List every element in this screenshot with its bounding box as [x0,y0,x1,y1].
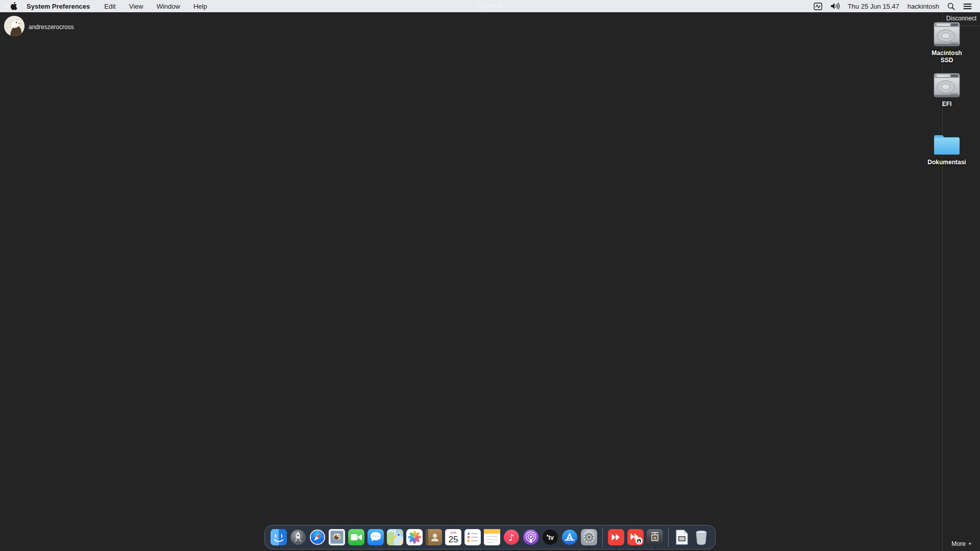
dock-icon-facetime[interactable] [348,529,365,546]
dock-icon-photos[interactable] [406,529,423,546]
remote-user-name: andreszerocross [29,23,74,31]
desktop-icon-macintosh-ssd[interactable]: Macintosh SSD [926,21,967,64]
running-indicator [589,547,590,548]
dock-icon-messages[interactable] [367,529,384,546]
spotlight-search-icon[interactable] [947,3,955,10]
menu-item-view[interactable]: View [129,3,143,10]
chevron-down-icon: ▾ [969,541,971,546]
dock-icon-app-store[interactable] [561,529,578,546]
list-menu-icon[interactable] [963,3,972,10]
dock-icon-mail[interactable] [328,529,346,546]
dock-divider [668,528,669,547]
more-button[interactable]: More ▾ [943,536,980,551]
volume-icon[interactable] [830,3,840,10]
avatar [4,16,24,36]
menu-item-edit[interactable]: Edit [104,3,115,10]
dock-icon-document[interactable] [673,529,691,546]
desktop-icon-label: Macintosh SSD [926,49,967,64]
svg-text:25: 25 [449,535,458,544]
dock-icon-tv[interactable]: tv [542,529,559,546]
desktop-icon-dokumentasi[interactable]: Dokumentasi [926,133,967,166]
menu-item-system-preferences[interactable]: System Preferences [27,3,90,10]
dock-icon-trash[interactable] [693,529,710,546]
dock-divider [602,528,603,547]
hard-drive-icon [926,21,967,47]
dock-icon-system-preferences[interactable] [580,529,598,546]
menu-items: System PreferencesEditViewWindowHelp [27,3,207,10]
apple-menu-icon[interactable] [10,2,17,10]
svg-text:JUN: JUN [450,531,456,534]
running-indicator [278,547,280,548]
dock-icon-notes[interactable] [483,529,501,546]
desktop-icon-label: EFI [926,101,967,108]
folder-icon [926,133,967,156]
running-indicator [635,547,636,548]
dock-icon-podcasts[interactable] [522,529,540,546]
dock-icon-anydesk[interactable] [607,529,625,546]
menu-item-window[interactable]: Window [157,3,180,10]
dock-icon-reminders[interactable] [464,529,481,546]
menubar-user[interactable]: hackintosh [908,3,939,10]
dock-icon-maps[interactable] [386,529,404,546]
dock-icon-finder[interactable] [270,529,287,546]
desktop-icon-efi[interactable]: EFI [926,72,967,108]
dock-icon-anydesk-linux[interactable] [627,529,644,546]
menu-bar: System PreferencesEditViewWindowHelp Thu… [0,0,980,12]
dock-icon-hackintool[interactable] [646,529,664,546]
svg-text:♪: ♪ [508,532,514,543]
hard-drive-icon [926,72,967,98]
dock-icon-contacts[interactable] [425,529,443,546]
dock-icon-launchpad[interactable] [289,529,307,546]
dock-icon-safari[interactable] [309,529,326,546]
running-indicator [616,547,617,548]
dock-icon-calendar[interactable]: JUN25 [445,529,462,546]
running-indicator [654,547,656,548]
menu-status-area: Thu 25 Jun 15.47 hackintosh [814,3,980,10]
dock-icon-music[interactable]: ♪ [503,529,520,546]
desktop-icon-label: Dokumentasi [926,159,967,166]
menubar-clock[interactable]: Thu 25 Jun 15.47 [848,3,899,10]
anydesk-status-icon[interactable] [814,3,822,10]
menu-item-help[interactable]: Help [193,3,207,10]
dock: JUN25♪tv [264,525,716,549]
svg-text:tv: tv [548,534,554,541]
